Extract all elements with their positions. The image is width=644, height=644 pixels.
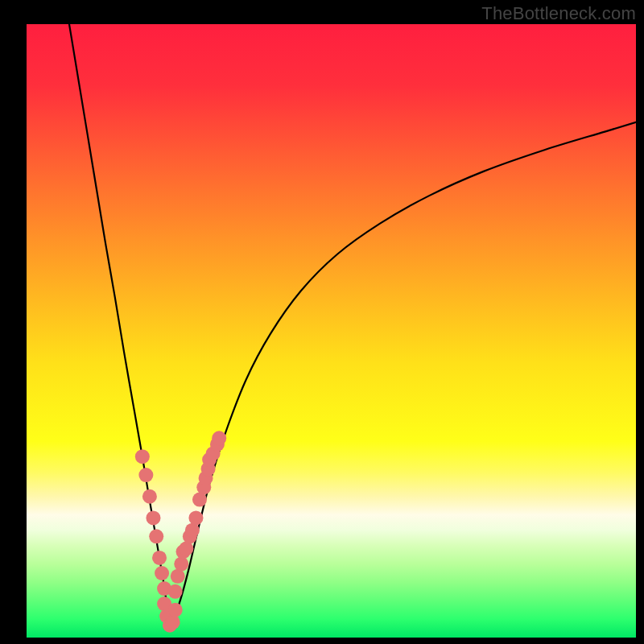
svg-rect-0 [27, 24, 636, 638]
watermark-text: TheBottleneck.com [481, 3, 636, 24]
plot-area [27, 24, 636, 638]
chart-frame: TheBottleneck.com [0, 0, 644, 644]
gradient-background [27, 24, 636, 638]
